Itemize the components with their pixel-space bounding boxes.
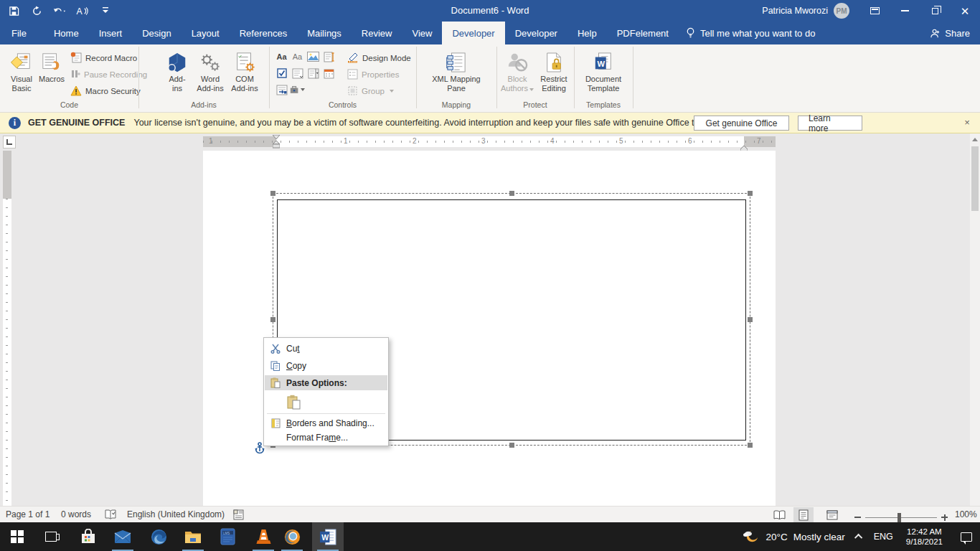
paste-keep-source-button[interactable]: [283, 395, 305, 410]
word-count[interactable]: 0 words: [61, 509, 91, 519]
resize-handle-top-right[interactable]: [748, 191, 753, 196]
tab-help[interactable]: Help: [567, 22, 607, 44]
read-mode-button[interactable]: [769, 507, 789, 522]
share-button[interactable]: Share: [930, 22, 970, 44]
banner-title: GET GENUINE OFFICE: [28, 118, 125, 128]
add-ins-button[interactable]: Add- ins: [162, 49, 192, 93]
zoom-out-button[interactable]: [854, 517, 861, 518]
pause-recording-button[interactable]: Pause Recording: [70, 67, 147, 82]
input-language[interactable]: ENG: [874, 532, 893, 542]
legacy-tools-button[interactable]: [290, 82, 305, 98]
checkbox-content-control[interactable]: [274, 65, 289, 81]
tab-mailings[interactable]: Mailings: [297, 22, 352, 44]
resize-handle-bottom-middle[interactable]: [509, 443, 514, 448]
tab-layout[interactable]: Layout: [182, 22, 230, 44]
scrollbar-thumb[interactable]: [971, 146, 979, 211]
tab-design[interactable]: Design: [132, 22, 181, 44]
macros-button[interactable]: Macros: [37, 49, 66, 84]
signed-in-user[interactable]: Patricia Mworozi: [762, 6, 828, 16]
rich-text-content-control[interactable]: Aa: [274, 49, 289, 65]
menu-item-format-frame[interactable]: Format Frame...: [265, 430, 387, 445]
zoom-slider-track[interactable]: [865, 517, 937, 518]
tab-home[interactable]: Home: [44, 22, 89, 44]
resize-handle-middle-left[interactable]: [270, 317, 275, 322]
proofing-icon[interactable]: [105, 509, 116, 522]
vertical-ruler[interactable]: [3, 151, 11, 506]
tab-developer-2[interactable]: Developer: [505, 22, 567, 44]
tab-insert[interactable]: Insert: [89, 22, 133, 44]
code-group-label: Code: [0, 100, 138, 109]
start-icon: [11, 530, 24, 543]
page-indicator[interactable]: Page 1 of 1: [6, 509, 50, 519]
first-line-indent-marker[interactable]: [273, 135, 280, 151]
resize-handle-middle-right[interactable]: [748, 317, 753, 322]
file-explorer-button[interactable]: [177, 522, 209, 551]
language-indicator[interactable]: English (United Kingdom): [127, 509, 225, 519]
avatar[interactable]: PM: [834, 3, 849, 19]
resize-handle-top-middle[interactable]: [509, 191, 514, 196]
word-taskbar-button[interactable]: W: [312, 522, 344, 551]
menu-item-copy[interactable]: Copy: [265, 358, 387, 373]
edge-browser-button[interactable]: [143, 522, 174, 551]
banner-close-icon[interactable]: ×: [961, 117, 973, 128]
zoom-level[interactable]: 100%: [955, 509, 977, 519]
resize-handle-bottom-right[interactable]: [748, 443, 753, 448]
com-add-ins-button[interactable]: COM Add-ins: [228, 49, 261, 93]
start-button[interactable]: [1, 522, 33, 551]
plain-text-content-control[interactable]: Aa: [290, 49, 305, 65]
store-button[interactable]: [72, 522, 104, 551]
tab-selector[interactable]: [3, 136, 16, 149]
lms-app-button[interactable]: LMS: [212, 522, 243, 551]
menu-item-paste-options[interactable]: Paste Options:: [265, 375, 387, 390]
properties-button[interactable]: Properties: [347, 67, 399, 82]
scroll-up-icon[interactable]: [972, 138, 978, 141]
get-genuine-office-button[interactable]: Get genuine Office: [694, 116, 789, 131]
vlc-button[interactable]: [248, 522, 279, 551]
action-center-button[interactable]: [953, 532, 980, 542]
minimize-button[interactable]: [890, 0, 920, 22]
print-layout-icon: [798, 509, 809, 521]
block-authors-button[interactable]: Block Authors: [501, 49, 534, 93]
macro-status-icon[interactable]: [233, 509, 244, 522]
date-picker-content-control[interactable]: [321, 65, 336, 81]
drop-down-list-content-control[interactable]: [306, 65, 321, 81]
word-add-ins-button[interactable]: Word Add-ins: [194, 49, 227, 93]
group-button[interactable]: Group: [347, 84, 394, 98]
document-template-button[interactable]: W Document Template: [580, 49, 627, 93]
menu-item-borders-shading[interactable]: Borders and Shading...: [265, 415, 387, 430]
menu-item-cut[interactable]: Cut: [265, 341, 387, 356]
resize-handle-top-left[interactable]: [270, 191, 275, 196]
tab-developer-active[interactable]: Developer: [442, 22, 504, 44]
tray-expand-button[interactable]: [845, 534, 874, 540]
design-mode-button[interactable]: Design Mode: [347, 51, 411, 65]
building-block-gallery-control[interactable]: [321, 49, 336, 65]
vertical-scrollbar[interactable]: [970, 133, 980, 506]
repeating-section-content-control[interactable]: [274, 82, 289, 98]
restrict-editing-button[interactable]: Restrict Editing: [537, 49, 571, 93]
xml-mapping-pane-button[interactable]: XML Mapping Pane: [423, 49, 489, 93]
restore-button[interactable]: [920, 0, 950, 22]
visual-basic-button[interactable]: Visual Basic: [6, 49, 37, 93]
tab-view[interactable]: View: [402, 22, 442, 44]
browser-button[interactable]: [276, 522, 308, 551]
tell-me-box[interactable]: Tell me what you want to do: [679, 22, 822, 44]
weather-widget[interactable]: 20°C Mostly clear: [742, 528, 845, 545]
ribbon-display-options-button[interactable]: [859, 0, 890, 22]
print-layout-button[interactable]: [793, 507, 814, 522]
picture-content-control[interactable]: [306, 49, 321, 65]
tab-review[interactable]: Review: [352, 22, 402, 44]
web-layout-button[interactable]: [822, 507, 842, 522]
tab-file[interactable]: File: [0, 22, 38, 44]
horizontal-ruler[interactable]: 1 1 2 3 4 5 6 7: [203, 136, 776, 147]
macro-security-button[interactable]: Macro Security: [70, 84, 141, 98]
record-macro-button[interactable]: Record Macro: [70, 51, 137, 65]
zoom-slider-thumb[interactable]: [897, 513, 901, 522]
learn-more-button[interactable]: Learn more: [798, 116, 862, 131]
clock[interactable]: 12:42 AM 9/18/2021: [906, 527, 943, 547]
close-button[interactable]: ✕: [950, 0, 980, 22]
tab-pdfelement[interactable]: PDFelement: [607, 22, 679, 44]
tab-references[interactable]: References: [230, 22, 297, 44]
mail-app-button[interactable]: [107, 522, 138, 551]
combo-box-content-control[interactable]: [290, 65, 305, 81]
task-view-button[interactable]: [35, 522, 67, 551]
